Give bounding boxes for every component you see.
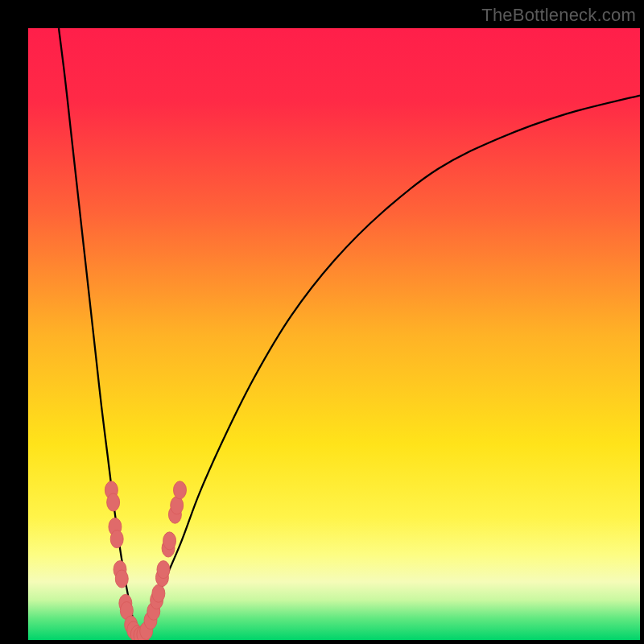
left-curve [59,28,138,640]
plot-area [28,28,640,640]
chart-svg [28,28,640,640]
marker-point [152,584,165,602]
chart-frame: TheBottleneck.com [0,0,644,644]
marker-point [157,561,170,579]
watermark-text: TheBottleneck.com [481,5,636,26]
marker-point [107,493,120,511]
marker-point [163,532,176,550]
right-curve [138,96,640,640]
marker-point [174,481,187,499]
marker-point [171,497,184,514]
marker-point [115,570,128,588]
marker-point [110,530,123,548]
